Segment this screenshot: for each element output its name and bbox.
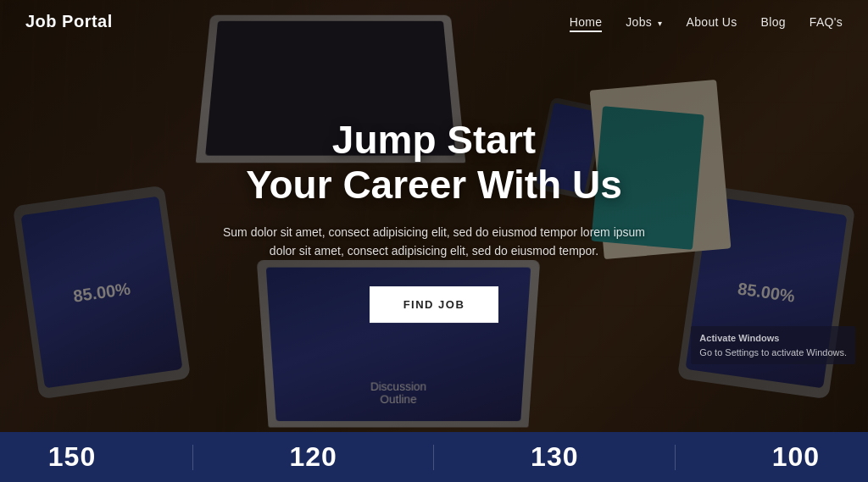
hero-content: Jump Start Your Career With Us Sum dolor… <box>214 118 654 323</box>
nav-link-jobs[interactable]: Jobs ▾ <box>626 15 662 29</box>
site-logo[interactable]: Job Portal <box>25 12 113 31</box>
hero-title-line1: Jump Start <box>332 118 536 162</box>
nav-link-faqs[interactable]: FAQ's <box>810 15 843 29</box>
stat-divider-3 <box>675 445 676 470</box>
stats-bar: 150 120 130 100 <box>0 432 868 482</box>
windows-notice-line1: Activate Windows <box>699 331 847 346</box>
nav-links-list: Home Jobs ▾ About Us Blog FAQ's <box>570 14 843 30</box>
windows-notice-line2: Go to Settings to activate Windows. <box>699 346 847 360</box>
hero-title-line2: Your Career With Us <box>246 163 622 207</box>
nav-item-faqs[interactable]: FAQ's <box>810 14 843 30</box>
hero-section: 85.00% 85.00% Discussion Outline Job Por… <box>0 0 868 432</box>
hero-title: Jump Start Your Career With Us <box>214 118 654 208</box>
hero-subtitle: Sum dolor sit amet, consect adipisicing … <box>214 223 654 261</box>
stat-divider-1 <box>192 445 193 470</box>
stat-item-2: 130 <box>531 441 578 473</box>
nav-link-home[interactable]: Home <box>570 15 603 32</box>
nav-item-about[interactable]: About Us <box>687 14 737 30</box>
nav-link-blog[interactable]: Blog <box>761 15 786 29</box>
nav-item-jobs[interactable]: Jobs ▾ <box>626 14 662 30</box>
stat-divider-2 <box>433 445 434 470</box>
nav-item-home[interactable]: Home <box>570 14 603 30</box>
nav-item-blog[interactable]: Blog <box>761 14 786 30</box>
stat-item-0: 150 <box>48 441 96 473</box>
jobs-dropdown-arrow: ▾ <box>658 19 662 28</box>
nav-link-about[interactable]: About Us <box>687 15 737 29</box>
stat-item-3: 100 <box>772 441 820 473</box>
navigation: Job Portal Home Jobs ▾ About Us Blog FAQ… <box>0 0 868 43</box>
stat-item-1: 120 <box>289 441 337 473</box>
windows-activation-notice: Activate Windows Go to Settings to activ… <box>691 326 855 364</box>
find-job-button[interactable]: FIND JOB <box>370 286 499 323</box>
